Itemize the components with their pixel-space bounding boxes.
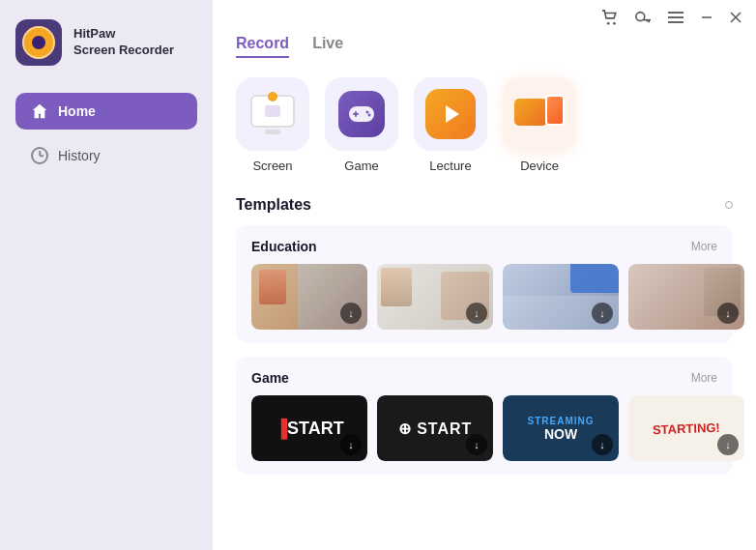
game-card-4[interactable]: STARTING! ↓	[628, 395, 744, 461]
svg-point-17	[368, 114, 371, 117]
education-header: Education More	[251, 239, 717, 254]
svg-point-1	[613, 22, 616, 25]
close-button[interactable]	[729, 11, 742, 24]
svg-point-16	[366, 111, 369, 114]
home-icon	[31, 102, 48, 120]
record-mode-list: Screen Game	[236, 77, 733, 173]
record-game-item[interactable]: Game	[325, 77, 398, 173]
svg-point-0	[607, 22, 610, 25]
history-label: History	[58, 148, 101, 163]
content-area: Record Live Scr	[213, 35, 756, 550]
edu-card-3[interactable]: ↓	[503, 264, 619, 330]
app-logo-icon	[15, 19, 62, 66]
game-card-3-text2: NOW	[544, 426, 577, 442]
game-section: Game More ▐START ↓ ⊕ START ↓	[236, 357, 733, 475]
edu-card-1[interactable]: ↓	[251, 264, 367, 330]
device-icon	[514, 93, 565, 135]
game-card-2-download[interactable]: ↓	[466, 434, 487, 455]
menu-icon[interactable]	[667, 9, 684, 26]
app-name-line2: Screen Recorder	[73, 43, 174, 59]
lecture-label: Lecture	[429, 159, 471, 173]
edu-card-2-download[interactable]: ↓	[466, 303, 487, 324]
templates-nav-dot[interactable]	[725, 201, 733, 209]
game-card-4-download[interactable]: ↓	[717, 434, 739, 455]
gamepad-icon	[347, 102, 376, 126]
education-more[interactable]: More	[691, 240, 717, 253]
svg-rect-12	[265, 105, 280, 117]
game-card-1-download[interactable]: ↓	[340, 434, 362, 455]
edu-card-1-download[interactable]: ↓	[340, 303, 362, 324]
game-icon-box	[325, 77, 398, 151]
game-card-3-text1: STREAMING	[528, 416, 595, 426]
record-screen-item[interactable]: Screen	[236, 77, 309, 173]
nav-history-button[interactable]: History	[15, 137, 197, 174]
record-lecture-item[interactable]: Lecture	[414, 77, 487, 173]
tab-record[interactable]: Record	[236, 35, 289, 58]
lecture-icon	[425, 89, 476, 139]
logo-text: HitPaw Screen Recorder	[73, 26, 174, 59]
main-panel: Record Live Scr	[213, 0, 756, 550]
sidebar: HitPaw Screen Recorder Home History	[0, 0, 213, 550]
record-device-item[interactable]: Device	[503, 77, 576, 173]
svg-rect-15	[355, 111, 357, 117]
titlebar	[213, 0, 756, 35]
lecture-play-icon	[436, 100, 465, 129]
tab-live[interactable]: Live	[312, 35, 343, 58]
screen-label: Screen	[252, 159, 292, 173]
game-card-3[interactable]: STREAMING NOW ↓	[503, 395, 619, 461]
lecture-icon-box	[414, 77, 487, 151]
svg-marker-18	[446, 105, 459, 123]
edu-card-4[interactable]: ↓	[628, 264, 744, 330]
clock-icon	[31, 147, 48, 164]
game-card-2[interactable]: ⊕ START ↓	[377, 395, 493, 461]
game-card-1-text: ▐START	[275, 419, 343, 439]
education-cards: ↓ ↓ ↓	[251, 264, 717, 330]
minimize-button[interactable]	[700, 11, 713, 24]
templates-header: Templates	[236, 196, 733, 214]
game-more[interactable]: More	[691, 371, 717, 385]
edu-card-3-download[interactable]: ↓	[592, 303, 613, 324]
game-section-title: Game	[251, 370, 289, 386]
svg-point-2	[636, 13, 645, 21]
key-icon[interactable]	[634, 9, 652, 26]
templates-title: Templates	[236, 196, 311, 214]
game-card-2-text: ⊕ START	[398, 420, 473, 438]
game-cards: ▐START ↓ ⊕ START ↓ STREAMING NOW ↓	[251, 395, 717, 461]
game-header: Game More	[251, 370, 717, 386]
app-name-line1: HitPaw	[73, 26, 174, 43]
logo-area: HitPaw Screen Recorder	[15, 19, 197, 66]
screen-camera-icon	[265, 105, 280, 117]
main-tabs: Record Live	[236, 35, 733, 58]
device-icon-box	[503, 77, 576, 151]
game-card-4-text: STARTING!	[653, 420, 720, 436]
game-card-1[interactable]: ▐START ↓	[251, 395, 367, 461]
education-title: Education	[251, 239, 317, 254]
nav-home-button[interactable]: Home	[15, 93, 197, 130]
cart-icon[interactable]	[601, 9, 619, 26]
education-section: Education More ↓ ↓	[236, 225, 733, 343]
edu-card-4-download[interactable]: ↓	[717, 303, 739, 324]
home-label: Home	[58, 103, 96, 119]
game-label: Game	[344, 159, 378, 173]
game-card-3-download[interactable]: ↓	[592, 434, 613, 455]
screen-icon-box	[236, 77, 309, 151]
device-label: Device	[520, 159, 559, 173]
edu-card-2[interactable]: ↓	[377, 264, 493, 330]
game-icon	[338, 91, 385, 137]
